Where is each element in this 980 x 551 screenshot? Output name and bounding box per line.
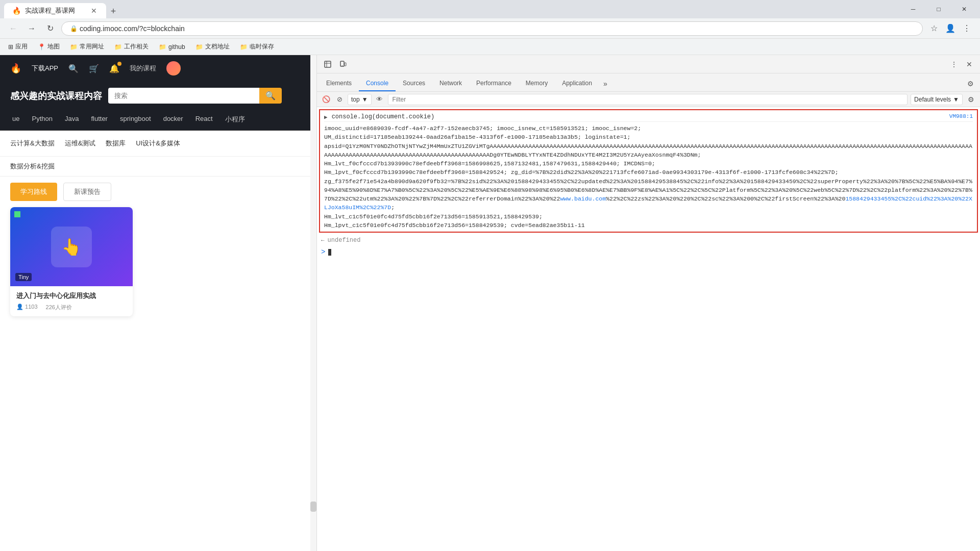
window-controls: ─ □ ✕	[901, 0, 976, 18]
category-bigdata[interactable]: 云计算&大数据	[10, 137, 55, 150]
tab-title: 实战课程_慕课网	[25, 6, 75, 15]
search-submit-btn[interactable]: 🔍	[259, 88, 282, 104]
bookmark-apps-label: 应用	[15, 42, 28, 51]
console-output: ▶ console.log(document.cookie) VM988:1 i…	[317, 107, 980, 551]
devtools-settings-btn[interactable]: ⚙	[963, 76, 978, 91]
devtools-close-btn[interactable]: ✕	[963, 58, 976, 71]
bookmark-github[interactable]: 📁 github	[155, 42, 189, 52]
minimize-btn[interactable]: ─	[901, 0, 925, 18]
menu-btn[interactable]: ⋮	[960, 21, 974, 36]
category-db[interactable]: 数据库	[106, 137, 126, 150]
nav-item-springboot[interactable]: springboot	[118, 110, 153, 130]
bookmark-common-label: 常用网址	[80, 42, 104, 51]
console-eye-btn[interactable]: 👁	[375, 94, 385, 105]
level-dropdown-icon: ▼	[953, 96, 959, 103]
browser-titlebar: 🔥 实战课程_慕课网 ✕ + ─ □ ✕	[0, 0, 980, 18]
course-icon: 👆	[51, 227, 92, 267]
nav-item-miniapp[interactable]: 小程序	[223, 110, 247, 130]
my-course-btn[interactable]: 我的课程	[130, 64, 156, 73]
expand-arrow[interactable]: ▶	[324, 114, 328, 120]
inspect-element-btn[interactable]	[321, 58, 334, 71]
user-avatar[interactable]	[166, 61, 181, 76]
category-ui[interactable]: UI设计&多媒体	[136, 137, 180, 150]
imooc-logo: 🔥	[10, 63, 21, 74]
console-undefined-entry: ← undefined	[317, 235, 980, 246]
context-selector[interactable]: top ▼	[348, 94, 372, 105]
nav-item-docker[interactable]: docker	[161, 110, 185, 130]
bookmark-temp[interactable]: 📁 临时保存	[236, 41, 278, 52]
console-filter-input[interactable]	[388, 94, 908, 105]
nav-item-react[interactable]: React	[193, 110, 215, 130]
bookmark-work-label: 工作相关	[124, 42, 149, 51]
active-tab[interactable]: 🔥 实战课程_慕课网 ✕	[4, 3, 106, 18]
folder-icon-4: 📁	[195, 43, 203, 51]
console-clear-btn[interactable]: 🚫	[321, 94, 331, 105]
devtools-top-toolbar: ⋮ ✕	[317, 55, 980, 73]
console-settings-btn[interactable]: ⚙	[966, 94, 976, 105]
student-count: 👤 1103	[16, 304, 38, 311]
page-scrollbar[interactable]	[310, 55, 316, 551]
course-card[interactable]: 👆 Tiny 进入门与去中心化应用实战 👤 1103 226人评价	[10, 207, 133, 316]
bookmark-btn[interactable]: ☆	[927, 21, 941, 36]
bookmarks-bar: ⊞ 应用 📍 地图 📁 常用网址 📁 工作相关 📁 github 📁 文档地址 …	[0, 39, 980, 55]
back-btn[interactable]: ←	[6, 21, 20, 36]
tab-performance[interactable]: Performance	[469, 76, 519, 91]
route-btn[interactable]: 学习路线	[10, 183, 57, 201]
tabs-more-btn[interactable]: »	[599, 76, 611, 91]
bookmark-common[interactable]: 📁 常用网址	[66, 41, 108, 52]
console-prompt[interactable]: >	[317, 246, 980, 258]
baidu-link[interactable]: www.baidu.com	[560, 195, 606, 202]
download-app-btn[interactable]: 下载APP	[32, 64, 58, 73]
course-meta: 👤 1103 226人评价	[16, 304, 127, 311]
nav-item-java[interactable]: Java	[63, 110, 81, 130]
devtools-right-controls: ⋮ ✕	[947, 58, 976, 71]
nav-item-python[interactable]: Python	[30, 110, 54, 130]
scrollbar-thumb[interactable]	[310, 502, 316, 512]
console-cursor	[328, 249, 331, 256]
folder-icon-3: 📁	[159, 43, 166, 51]
log-level-selector[interactable]: Default levels ▼	[911, 94, 963, 105]
bell-icon[interactable]: 🔔	[109, 64, 119, 73]
close-btn[interactable]: ✕	[952, 0, 976, 18]
search-box: 🔍	[108, 88, 282, 104]
preview-btn[interactable]: 新课预告	[63, 183, 111, 201]
imooc-header: 🔥 下载APP 🔍 🛒 🔔 我的课程	[0, 55, 316, 82]
nav-item-ue[interactable]: ue	[10, 110, 21, 130]
bookmark-maps[interactable]: 📍 地图	[34, 41, 64, 52]
forward-btn[interactable]: →	[24, 21, 39, 36]
vm-link[interactable]: VM988:1	[949, 113, 973, 119]
subcategory-data-analysis[interactable]: 数据分析&挖掘	[10, 162, 55, 171]
tab-network[interactable]: Network	[432, 76, 469, 91]
profile-btn[interactable]: 👤	[943, 21, 958, 36]
map-icon: 📍	[38, 43, 45, 51]
search-input[interactable]	[108, 88, 259, 104]
console-filter-toggle[interactable]: ⊘	[334, 94, 345, 105]
nav-item-flutter[interactable]: flutter	[89, 110, 110, 130]
tab-close-btn[interactable]: ✕	[90, 7, 98, 15]
search-icon-header[interactable]: 🔍	[68, 64, 79, 73]
console-toolbar: 🚫 ⊘ top ▼ 👁 Default levels ▼ ⚙	[317, 92, 980, 107]
refresh-btn[interactable]: ↻	[43, 21, 57, 36]
course-title: 进入门与去中心化应用实战	[16, 291, 127, 300]
tab-console[interactable]: Console	[359, 76, 396, 91]
url-bar[interactable]: 🔒 coding.imooc.com/?c=blockchain	[61, 21, 923, 36]
tab-favicon: 🔥	[12, 7, 21, 15]
svg-rect-0	[325, 61, 331, 67]
tab-elements[interactable]: Elements	[319, 76, 359, 91]
console-command: console.log(document.cookie)	[332, 113, 435, 120]
maximize-btn[interactable]: □	[927, 0, 950, 18]
first-screen-link[interactable]: 1588429433455%2C%22cuid%22%3A%20%22XLJoX…	[324, 195, 972, 211]
folder-icon-1: 📁	[70, 43, 78, 51]
devtools-more-btn[interactable]: ⋮	[947, 58, 961, 71]
tab-sources[interactable]: Sources	[396, 76, 432, 91]
tab-memory[interactable]: Memory	[519, 76, 555, 91]
cart-icon[interactable]: 🛒	[89, 64, 99, 73]
bookmark-docs[interactable]: 📁 文档地址	[191, 41, 234, 52]
bookmark-work[interactable]: 📁 工作相关	[110, 41, 153, 52]
new-tab-btn[interactable]: +	[106, 4, 120, 18]
category-ops[interactable]: 运维&测试	[65, 137, 96, 150]
device-toggle-btn[interactable]	[336, 58, 350, 71]
bookmark-apps[interactable]: ⊞ 应用	[4, 41, 32, 52]
tab-application[interactable]: Application	[555, 76, 599, 91]
undefined-arrow: ←	[321, 237, 325, 243]
